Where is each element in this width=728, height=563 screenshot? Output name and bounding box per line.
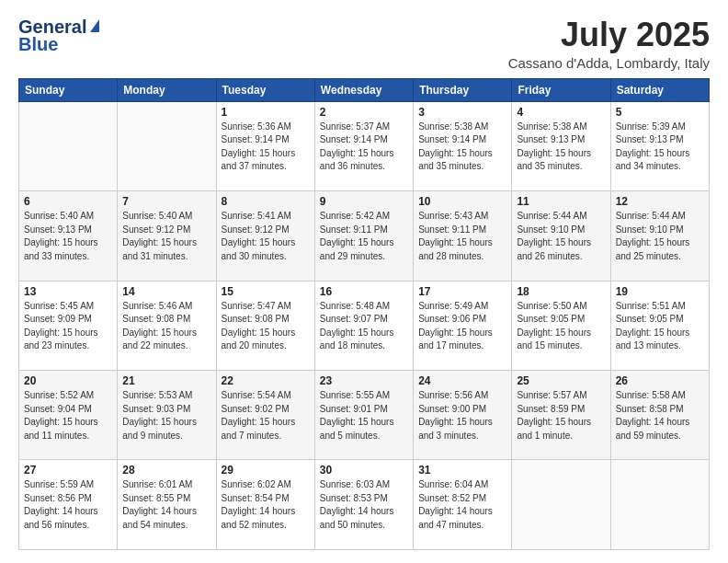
cell-content: Sunrise: 5:48 AM Sunset: 9:07 PM Dayligh…	[320, 300, 408, 353]
week-row-4: 27Sunrise: 5:59 AM Sunset: 8:56 PM Dayli…	[19, 460, 710, 550]
calendar-cell: 11Sunrise: 5:44 AM Sunset: 9:10 PM Dayli…	[512, 191, 610, 281]
day-number: 5	[616, 106, 704, 119]
cell-content: Sunrise: 5:55 AM Sunset: 9:01 PM Dayligh…	[320, 389, 408, 442]
calendar-cell: 30Sunrise: 6:03 AM Sunset: 8:53 PM Dayli…	[314, 460, 413, 550]
calendar-cell: 13Sunrise: 5:45 AM Sunset: 9:09 PM Dayli…	[19, 281, 118, 370]
calendar-cell: 8Sunrise: 5:41 AM Sunset: 9:12 PM Daylig…	[216, 191, 314, 281]
day-number: 3	[418, 106, 506, 119]
cell-content: Sunrise: 5:49 AM Sunset: 9:06 PM Dayligh…	[418, 300, 506, 353]
day-number: 29	[222, 464, 310, 477]
cell-content: Sunrise: 5:42 AM Sunset: 9:11 PM Dayligh…	[320, 210, 408, 263]
calendar-cell: 12Sunrise: 5:44 AM Sunset: 9:10 PM Dayli…	[610, 191, 709, 281]
title-block: July 2025 Cassano d'Adda, Lombardy, Ital…	[508, 17, 710, 71]
day-number: 16	[320, 285, 408, 298]
cell-content: Sunrise: 5:46 AM Sunset: 9:08 PM Dayligh…	[122, 300, 210, 353]
cell-content: Sunrise: 5:43 AM Sunset: 9:11 PM Dayligh…	[418, 210, 506, 263]
logo-blue: Blue	[18, 34, 58, 55]
cell-content: Sunrise: 6:04 AM Sunset: 8:52 PM Dayligh…	[418, 478, 506, 532]
day-number: 19	[616, 285, 704, 298]
week-row-1: 6Sunrise: 5:40 AM Sunset: 9:13 PM Daylig…	[19, 191, 710, 281]
weekday-header-tuesday: Tuesday	[216, 78, 314, 101]
calendar-cell	[512, 460, 610, 550]
calendar-cell: 7Sunrise: 5:40 AM Sunset: 9:12 PM Daylig…	[118, 191, 216, 281]
calendar-cell	[610, 460, 709, 550]
calendar-cell: 28Sunrise: 6:01 AM Sunset: 8:55 PM Dayli…	[118, 460, 216, 550]
logo-triangle-icon	[90, 19, 99, 32]
day-number: 14	[122, 285, 210, 298]
calendar-cell: 29Sunrise: 6:02 AM Sunset: 8:54 PM Dayli…	[216, 460, 314, 550]
page: General Blue July 2025 Cassano d'Adda, L…	[0, 0, 728, 563]
cell-content: Sunrise: 5:57 AM Sunset: 8:59 PM Dayligh…	[517, 389, 605, 442]
cell-content: Sunrise: 6:01 AM Sunset: 8:55 PM Dayligh…	[122, 478, 210, 532]
day-number: 22	[222, 374, 310, 387]
cell-content: Sunrise: 6:03 AM Sunset: 8:53 PM Dayligh…	[320, 478, 408, 532]
logo: General Blue	[18, 17, 99, 55]
day-number: 4	[517, 106, 605, 119]
cell-content: Sunrise: 5:39 AM Sunset: 9:13 PM Dayligh…	[616, 121, 704, 174]
cell-content: Sunrise: 5:53 AM Sunset: 9:03 PM Dayligh…	[122, 389, 210, 442]
calendar-cell: 5Sunrise: 5:39 AM Sunset: 9:13 PM Daylig…	[610, 101, 709, 190]
cell-content: Sunrise: 5:44 AM Sunset: 9:10 PM Dayligh…	[616, 210, 704, 263]
calendar-cell: 26Sunrise: 5:58 AM Sunset: 8:58 PM Dayli…	[610, 371, 709, 460]
day-number: 1	[222, 106, 310, 119]
calendar-cell: 9Sunrise: 5:42 AM Sunset: 9:11 PM Daylig…	[314, 191, 413, 281]
calendar-cell: 20Sunrise: 5:52 AM Sunset: 9:04 PM Dayli…	[19, 371, 118, 460]
day-number: 7	[122, 195, 210, 208]
location: Cassano d'Adda, Lombardy, Italy	[508, 55, 710, 71]
cell-content: Sunrise: 5:40 AM Sunset: 9:12 PM Dayligh…	[122, 210, 210, 263]
day-number: 10	[418, 195, 506, 208]
cell-content: Sunrise: 5:41 AM Sunset: 9:12 PM Dayligh…	[222, 210, 310, 263]
day-number: 26	[616, 374, 704, 387]
cell-content: Sunrise: 5:37 AM Sunset: 9:14 PM Dayligh…	[320, 121, 408, 174]
day-number: 30	[320, 464, 408, 477]
day-number: 6	[24, 195, 112, 208]
calendar-cell: 21Sunrise: 5:53 AM Sunset: 9:03 PM Dayli…	[118, 371, 216, 460]
calendar-cell: 16Sunrise: 5:48 AM Sunset: 9:07 PM Dayli…	[314, 281, 413, 370]
calendar-cell: 27Sunrise: 5:59 AM Sunset: 8:56 PM Dayli…	[19, 460, 118, 550]
cell-content: Sunrise: 5:44 AM Sunset: 9:10 PM Dayligh…	[517, 210, 605, 263]
day-number: 31	[418, 464, 506, 477]
calendar-header: SundayMondayTuesdayWednesdayThursdayFrid…	[19, 78, 710, 101]
calendar-cell: 25Sunrise: 5:57 AM Sunset: 8:59 PM Dayli…	[512, 371, 610, 460]
week-row-0: 1Sunrise: 5:36 AM Sunset: 9:14 PM Daylig…	[19, 101, 710, 190]
calendar-cell: 3Sunrise: 5:38 AM Sunset: 9:14 PM Daylig…	[414, 101, 512, 190]
cell-content: Sunrise: 5:36 AM Sunset: 9:14 PM Dayligh…	[222, 121, 310, 174]
day-number: 27	[24, 464, 112, 477]
day-number: 21	[122, 374, 210, 387]
weekday-header-monday: Monday	[118, 78, 216, 101]
day-number: 15	[222, 285, 310, 298]
calendar-cell: 14Sunrise: 5:46 AM Sunset: 9:08 PM Dayli…	[118, 281, 216, 370]
day-number: 13	[24, 285, 112, 298]
cell-content: Sunrise: 5:56 AM Sunset: 9:00 PM Dayligh…	[418, 389, 506, 442]
weekday-header-saturday: Saturday	[610, 78, 709, 101]
weekday-header-thursday: Thursday	[414, 78, 512, 101]
day-number: 24	[418, 374, 506, 387]
cell-content: Sunrise: 5:40 AM Sunset: 9:13 PM Dayligh…	[24, 210, 112, 263]
day-number: 12	[616, 195, 704, 208]
day-number: 8	[222, 195, 310, 208]
calendar-cell	[118, 101, 216, 190]
calendar-cell: 15Sunrise: 5:47 AM Sunset: 9:08 PM Dayli…	[216, 281, 314, 370]
day-number: 17	[418, 285, 506, 298]
day-number: 18	[517, 285, 605, 298]
calendar-cell: 19Sunrise: 5:51 AM Sunset: 9:05 PM Dayli…	[610, 281, 709, 370]
calendar-cell: 31Sunrise: 6:04 AM Sunset: 8:52 PM Dayli…	[414, 460, 512, 550]
cell-content: Sunrise: 6:02 AM Sunset: 8:54 PM Dayligh…	[222, 478, 310, 532]
calendar-cell	[19, 101, 118, 190]
calendar-cell: 22Sunrise: 5:54 AM Sunset: 9:02 PM Dayli…	[216, 371, 314, 460]
cell-content: Sunrise: 5:38 AM Sunset: 9:13 PM Dayligh…	[517, 121, 605, 174]
day-number: 11	[517, 195, 605, 208]
weekday-header-sunday: Sunday	[19, 78, 118, 101]
cell-content: Sunrise: 5:50 AM Sunset: 9:05 PM Dayligh…	[517, 300, 605, 353]
day-number: 9	[320, 195, 408, 208]
cell-content: Sunrise: 5:59 AM Sunset: 8:56 PM Dayligh…	[24, 478, 112, 532]
calendar-cell: 4Sunrise: 5:38 AM Sunset: 9:13 PM Daylig…	[512, 101, 610, 190]
cell-content: Sunrise: 5:51 AM Sunset: 9:05 PM Dayligh…	[616, 300, 704, 353]
calendar-cell: 18Sunrise: 5:50 AM Sunset: 9:05 PM Dayli…	[512, 281, 610, 370]
week-row-3: 20Sunrise: 5:52 AM Sunset: 9:04 PM Dayli…	[19, 371, 710, 460]
cell-content: Sunrise: 5:45 AM Sunset: 9:09 PM Dayligh…	[24, 300, 112, 353]
week-row-2: 13Sunrise: 5:45 AM Sunset: 9:09 PM Dayli…	[19, 281, 710, 370]
cell-content: Sunrise: 5:58 AM Sunset: 8:58 PM Dayligh…	[616, 389, 704, 442]
calendar-cell: 10Sunrise: 5:43 AM Sunset: 9:11 PM Dayli…	[414, 191, 512, 281]
cell-content: Sunrise: 5:54 AM Sunset: 9:02 PM Dayligh…	[222, 389, 310, 442]
